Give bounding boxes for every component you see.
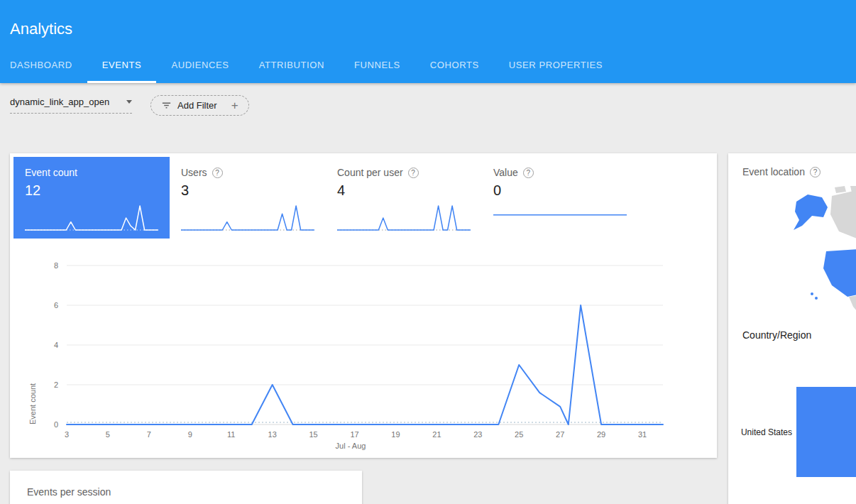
sparkline — [337, 200, 471, 233]
metric-value: 4 — [337, 182, 471, 199]
svg-text:6: 6 — [54, 301, 58, 309]
tab-cohorts[interactable]: COHORTS — [415, 49, 494, 83]
tab-audiences[interactable]: AUDIENCES — [156, 49, 243, 83]
svg-text:3: 3 — [65, 430, 69, 439]
help-icon[interactable]: ? — [523, 168, 534, 178]
svg-text:31: 31 — [638, 430, 647, 439]
svg-text:27: 27 — [556, 430, 564, 439]
country-label: United States — [728, 427, 796, 437]
tab-user-properties[interactable]: USER PROPERTIES — [494, 49, 618, 83]
svg-text:11: 11 — [227, 430, 235, 439]
alaska-shape — [794, 195, 828, 230]
help-icon[interactable]: ? — [212, 168, 223, 178]
help-icon[interactable]: ? — [810, 167, 821, 177]
arctic-island — [850, 186, 856, 192]
metric-label: Event count — [25, 167, 77, 178]
events-per-session-card: Events per session — [10, 471, 362, 504]
country-region-label: Country/Region — [742, 329, 811, 341]
metric-value: 3 — [181, 182, 314, 199]
sparkline — [181, 200, 314, 233]
north-america-map — [728, 186, 856, 328]
filter-icon — [161, 100, 172, 111]
canada-shape — [830, 189, 856, 240]
metric-value: 12 — [25, 182, 158, 199]
tab-events[interactable]: EVENTS — [87, 49, 157, 83]
svg-text:25: 25 — [515, 430, 523, 439]
metric-card-value[interactable]: Value ? 0 — [482, 157, 638, 239]
svg-text:23: 23 — [473, 430, 482, 439]
events-per-session-title: Events per session — [10, 471, 362, 498]
svg-text:29: 29 — [597, 430, 605, 439]
plus-icon: + — [231, 99, 238, 111]
events-overview-card: Event count 12 Users ? 3 Count per user … — [10, 153, 717, 458]
hawaii-dot — [815, 297, 818, 300]
svg-text:9: 9 — [188, 430, 192, 439]
svg-text:2: 2 — [54, 380, 58, 389]
page-title: Analytics — [10, 20, 72, 38]
svg-text:8: 8 — [54, 261, 58, 270]
svg-text:13: 13 — [268, 430, 277, 439]
event-location-card: Event location ? Country/Region United S… — [728, 153, 856, 504]
mexico-shape — [849, 294, 856, 318]
hawaii-dot — [811, 292, 813, 295]
svg-text:5: 5 — [106, 430, 110, 439]
event-selector-dropdown[interactable]: dynamic_link_app_open — [10, 97, 132, 114]
metric-card-count-per-user[interactable]: Count per user ? 4 — [326, 157, 482, 239]
country-bar — [796, 387, 856, 477]
event-count-line-chart: 0246835791113151719212325272931 — [38, 261, 691, 443]
tab-attribution[interactable]: ATTRIBUTION — [244, 49, 339, 83]
tab-bar: DASHBOARD EVENTS AUDIENCES ATTRIBUTION F… — [0, 49, 618, 83]
metric-value: 0 — [493, 182, 627, 199]
united-states-shape — [823, 248, 856, 297]
svg-text:21: 21 — [432, 430, 441, 439]
tab-dashboard[interactable]: DASHBOARD — [0, 49, 87, 83]
svg-text:15: 15 — [309, 430, 317, 439]
svg-text:19: 19 — [391, 430, 400, 439]
event-location-title: Event location — [742, 166, 805, 177]
caret-down-icon — [126, 100, 132, 104]
sparkline — [25, 200, 158, 233]
metric-card-event-count[interactable]: Event count 12 — [13, 157, 170, 239]
svg-text:0: 0 — [54, 420, 58, 429]
metric-card-users[interactable]: Users ? 3 — [170, 157, 326, 239]
metric-label: Value — [493, 167, 518, 178]
help-icon[interactable]: ? — [408, 168, 419, 178]
app-header: Analytics DASHBOARD EVENTS AUDIENCES ATT… — [0, 0, 856, 83]
arctic-island — [835, 186, 846, 193]
event-selector-value: dynamic_link_app_open — [10, 97, 109, 107]
metric-label: Count per user — [337, 167, 403, 178]
add-filter-label: Add Filter — [177, 100, 217, 111]
add-filter-button[interactable]: Add Filter + — [150, 95, 249, 116]
tab-funnels[interactable]: FUNNELS — [339, 49, 415, 83]
x-axis-label: Jul - Aug — [38, 442, 663, 450]
sparkline — [493, 200, 627, 233]
country-bar-row: United States — [728, 387, 856, 477]
svg-text:17: 17 — [350, 430, 358, 439]
svg-text:7: 7 — [147, 430, 151, 439]
svg-text:4: 4 — [54, 341, 58, 349]
y-axis-label: Event count — [28, 261, 37, 424]
metric-label: Users — [181, 167, 207, 178]
metric-cards-row: Event count 12 Users ? 3 Count per user … — [10, 153, 717, 239]
filter-bar: dynamic_link_app_open Add Filter + — [0, 83, 856, 141]
